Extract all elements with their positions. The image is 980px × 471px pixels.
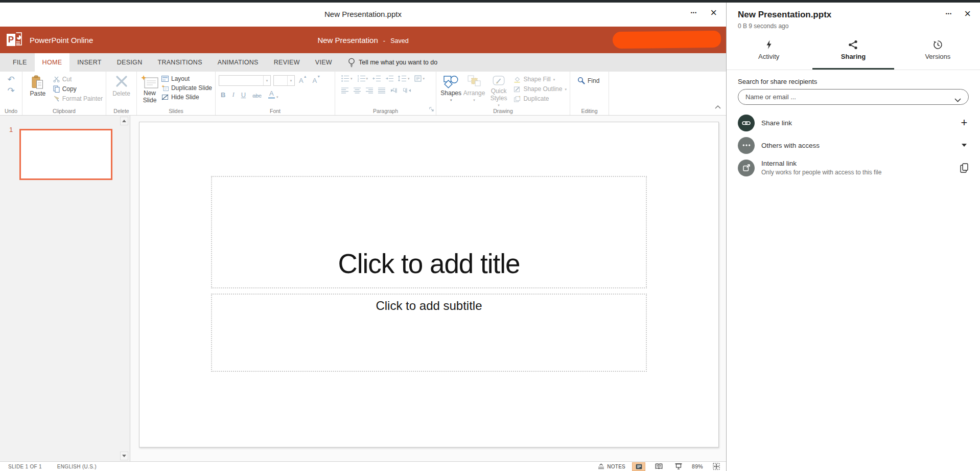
copy-button[interactable]: Copy [53, 85, 103, 93]
share-search-label: Search for share recipients [738, 78, 969, 85]
find-button[interactable]: Find [577, 77, 605, 84]
hide-slide-icon [161, 94, 169, 100]
delete-icon[interactable] [114, 75, 129, 88]
thumbnails-scroll-down-icon[interactable] [120, 452, 128, 460]
recipient-input-chevron-down-icon[interactable] [954, 95, 961, 104]
status-bar: SLIDE 1 OF 1 ENGLISH (U.S.) NOTES [0, 461, 726, 471]
tab-versions[interactable]: Versions [896, 38, 980, 70]
others-with-access-row[interactable]: Others with access [727, 134, 980, 156]
tab-insert[interactable]: INSERT [69, 53, 109, 72]
scissors-icon [53, 76, 60, 82]
panel-file-title: New Presentation.pptx [738, 10, 969, 20]
tab-home[interactable]: HOME [35, 53, 70, 72]
redo-icon[interactable]: ↷ [7, 86, 14, 96]
text-direction-button[interactable]: ▾ [414, 75, 425, 82]
decrease-indent-button[interactable] [372, 75, 381, 82]
tab-design[interactable]: DESIGN [109, 53, 150, 72]
tab-transitions[interactable]: TRANSITIONS [150, 53, 209, 72]
arrange-button[interactable]: Arrange ▾ [462, 75, 485, 107]
underline-button[interactable]: U [241, 91, 246, 99]
increase-indent-button[interactable] [385, 75, 393, 82]
shape-outline-button[interactable]: Shape Outline ▾ [514, 85, 567, 93]
internal-link-row[interactable]: Internal link Only works for people with… [727, 156, 980, 179]
fit-to-window-button[interactable] [710, 462, 723, 471]
shapes-button[interactable]: Shapes ▾ [439, 75, 462, 107]
collapse-ribbon-icon[interactable] [715, 102, 721, 111]
ribbon-group-font: ▾ ▾ A▲ A▼ B I U abc [216, 72, 335, 115]
delete-label: Delete [112, 90, 130, 97]
editor-body: 1 Click to add title Cl [0, 116, 726, 461]
notes-toggle[interactable]: NOTES [598, 463, 625, 469]
document-title[interactable]: New Presentation [317, 36, 378, 44]
justify-button[interactable] [378, 87, 386, 94]
group-label: Paragraph [335, 108, 436, 114]
slide-thumbnail-1[interactable] [19, 129, 112, 180]
font-color-button[interactable]: A ▾ [268, 91, 278, 99]
notes-icon [598, 463, 604, 469]
app-window: New Presentation.pptx ••• × P [0, 0, 980, 471]
copy-link-icon [960, 163, 968, 173]
subtitle-placeholder-text: Click to add subtitle [376, 299, 482, 313]
new-slide-button[interactable]: New Slide [140, 75, 159, 107]
right-to-left-button[interactable] [403, 87, 411, 94]
layout-icon [161, 76, 169, 82]
bold-button[interactable]: B [221, 91, 225, 99]
add-share-link-button[interactable]: + [959, 118, 970, 128]
slide-canvas: Click to add title Click to add subtitle [130, 116, 726, 461]
duplicate-slide-button[interactable]: Duplicate Slide [161, 84, 212, 92]
share-recipient-input[interactable] [738, 89, 969, 105]
italic-button[interactable]: I [232, 91, 234, 99]
left-to-right-button[interactable] [390, 87, 399, 94]
bullets-button[interactable]: ▾ [341, 75, 353, 82]
subtitle-placeholder[interactable]: Click to add subtitle [211, 294, 647, 372]
title-placeholder[interactable]: Click to add title [211, 176, 647, 288]
strikethrough-button[interactable]: abc [252, 93, 262, 99]
tab-animations[interactable]: ANIMATIONS [210, 53, 266, 72]
shrink-font-button[interactable]: A▼ [311, 77, 322, 84]
tab-sharing[interactable]: Sharing [811, 38, 895, 70]
panel-close-icon[interactable]: × [964, 9, 971, 19]
ribbon-group-delete: Delete Delete [106, 72, 137, 115]
expand-others-chevron-down-icon[interactable] [959, 144, 970, 147]
reading-view-button[interactable] [652, 462, 665, 471]
font-size-select[interactable]: ▾ [273, 75, 295, 86]
line-spacing-button[interactable]: ▾ [398, 75, 410, 82]
font-name-select[interactable]: ▾ [219, 75, 271, 86]
window-more-icon[interactable]: ••• [691, 10, 697, 15]
zoom-level[interactable]: 89% [692, 463, 703, 469]
arrange-icon [468, 75, 481, 89]
tell-me-box[interactable]: Tell me what you want to do [348, 53, 437, 72]
slide-editing-surface[interactable]: Click to add title Click to add subtitle [139, 122, 719, 447]
window-close-icon[interactable]: × [710, 8, 717, 18]
align-center-button[interactable] [354, 87, 361, 94]
panel-more-icon[interactable]: ••• [946, 11, 952, 16]
undo-icon[interactable]: ↶ [7, 75, 14, 84]
tab-activity[interactable]: Activity [727, 38, 811, 70]
format-painter-button[interactable]: Format Painter [53, 95, 103, 102]
cut-button[interactable]: Cut [53, 76, 103, 83]
slideshow-view-button[interactable] [672, 462, 685, 471]
share-link-row[interactable]: Share link + [727, 111, 980, 134]
shape-fill-button[interactable]: Shape Fill ▾ [514, 76, 567, 83]
hide-slide-button[interactable]: Hide Slide [161, 94, 212, 101]
layout-button[interactable]: Layout [161, 75, 212, 82]
tab-view[interactable]: VIEW [308, 53, 340, 72]
copy-icon [53, 85, 60, 93]
duplicate-shape-button[interactable]: Duplicate [514, 95, 567, 102]
thumbnails-scroll-up-icon[interactable] [120, 117, 128, 125]
slide-number: 1 [9, 126, 13, 133]
tab-review[interactable]: REVIEW [266, 53, 308, 72]
file-details-panel: New Presentation.pptx 0 B 9 seconds ago … [726, 3, 980, 471]
group-label: Clipboard [22, 108, 106, 114]
align-left-button[interactable] [341, 87, 349, 94]
quick-styles-button[interactable]: Quick Styles ▾ [486, 75, 512, 107]
grow-font-button[interactable]: A▲ [297, 77, 309, 84]
align-right-button[interactable] [366, 87, 374, 94]
numbering-button[interactable]: ▾ [357, 75, 368, 82]
tab-file[interactable]: FILE [5, 53, 35, 72]
copy-internal-link-button[interactable] [959, 163, 970, 173]
language-status[interactable]: ENGLISH (U.S.) [57, 464, 97, 469]
normal-view-button[interactable] [632, 462, 645, 471]
paste-button[interactable]: Paste [26, 75, 50, 107]
format-painter-label: Format Painter [62, 95, 103, 102]
